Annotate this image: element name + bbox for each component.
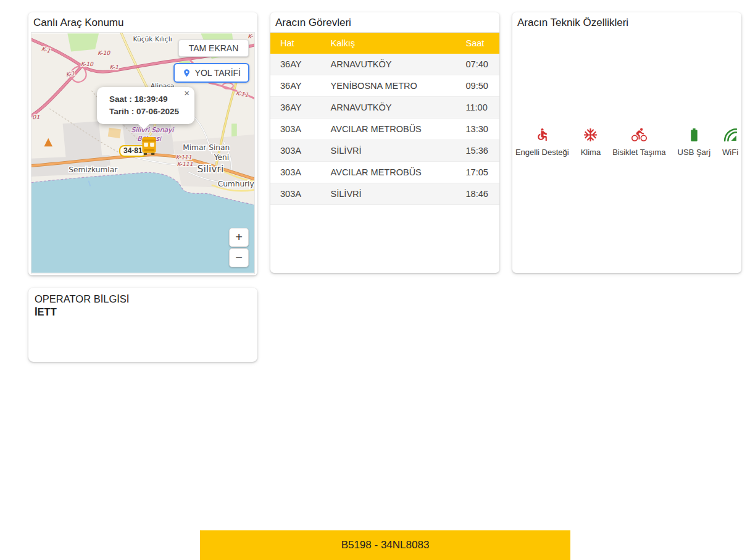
directions-button-label: YOL TARİFİ (195, 68, 241, 78)
feature-wheelchair: Engelli Desteği (515, 127, 569, 157)
operator-name: İETT (28, 305, 257, 319)
cell-hat: 36AY (270, 97, 321, 119)
feature-bisiklet: Bisiklet Taşıma (612, 127, 665, 157)
table-row: 303A SİLİVRİ 15:36 (270, 140, 499, 162)
popup-close-icon[interactable]: × (184, 88, 190, 98)
cell-kalkis: AVCILAR METROBÜS (321, 162, 456, 183)
map-label-o1: 01 (32, 114, 40, 120)
map-label-semizkumlar: Semizkumlar (69, 165, 117, 174)
column-header-hat: Hat (270, 33, 321, 54)
cell-saat: 11:00 (456, 97, 500, 119)
map-label-cumhuriyet: Cumhuriyet (218, 180, 254, 188)
live-location-panel: Canlı Araç Konumu (28, 12, 257, 275)
map-label-k10-a: K-10 (98, 49, 110, 56)
cell-saat: 09:50 (456, 75, 500, 97)
cell-kalkis: ARNAVUTKÖY (321, 54, 456, 75)
table-row: 36AY ARNAVUTKÖY 11:00 (270, 97, 499, 119)
map-label-yeni: Yeni (214, 153, 229, 162)
zoom-out-button[interactable]: − (229, 248, 249, 267)
map-label-k111-a: K-111 (176, 154, 192, 161)
popup-time: Saat : 18:39:49 (109, 93, 191, 106)
table-row: 303A AVCILAR METROBÜS 13:30 (270, 119, 499, 140)
feature-label: USB Şarj (678, 148, 710, 157)
bus-marker-icon[interactable] (141, 136, 157, 157)
feature-label: Klima (581, 148, 601, 157)
cell-saat: 18:46 (456, 183, 500, 205)
column-header-kalkis: Kalkış (321, 33, 456, 54)
cell-kalkis: AVCILAR METROBÜS (321, 119, 456, 140)
battery-icon (686, 127, 702, 145)
table-row: 36AY YENİBOSNA METRO 09:50 (270, 75, 499, 97)
table-row: 303A SİLİVRİ 18:46 (270, 183, 499, 205)
feature-klima: Klima (581, 127, 601, 157)
cell-hat: 36AY (270, 54, 321, 75)
wifi-icon (723, 127, 738, 145)
wheelchair-icon (535, 127, 550, 145)
map-label-k111-b: K-111 (177, 161, 193, 167)
snowflake-icon (583, 127, 598, 145)
feature-list: Engelli Desteği Klima Bisiklet Taşıma US… (512, 32, 741, 252)
cell-kalkis: SİLİVRİ (321, 140, 456, 162)
fullscreen-button[interactable]: TAM EKRAN (178, 40, 249, 57)
cell-hat: 36AY (270, 75, 321, 97)
map-label-silivri: Silivri (198, 164, 224, 175)
tasks-table-header: Hat Kalkış Saat (270, 33, 499, 54)
map-zoom-controls: + − (229, 228, 249, 267)
vehicle-id-bar: B5198 - 34NL8083 (200, 530, 570, 560)
feature-label: Engelli Desteği (515, 148, 569, 157)
map-label-k-frag: K- (248, 33, 253, 40)
tasks-table: Hat Kalkış Saat 36AY ARNAVUTKÖY 07:40 36… (270, 33, 499, 205)
cell-hat: 303A (270, 162, 321, 183)
map-label-k10-b: K-10 (81, 61, 94, 67)
tech-specs-title: Aracın Teknik Özellikleri (512, 12, 741, 32)
vehicle-tasks-panel: Aracın Görevleri Hat Kalkış Saat 36AY AR… (270, 12, 499, 273)
bicycle-icon (631, 127, 647, 145)
vehicle-id-label: B5198 - 34NL8083 (341, 539, 430, 551)
column-header-saat: Saat (456, 33, 500, 54)
directions-button[interactable]: YOL TARİFİ (173, 63, 249, 83)
live-location-title: Canlı Araç Konumu (28, 12, 257, 32)
cell-kalkis: ARNAVUTKÖY (321, 97, 456, 119)
feature-usb-sarj: USB Şarj (678, 127, 710, 157)
zoom-in-button[interactable]: + (229, 228, 249, 247)
cell-saat: 17:05 (456, 162, 500, 183)
table-row: 36AY ARNAVUTKÖY 07:40 (270, 54, 499, 75)
cell-hat: 303A (270, 183, 321, 205)
map-container[interactable]: Küçük Kılıçlı K-1 K-10 K-10 K-1 K-1 K- K… (31, 32, 255, 274)
cell-saat: 07:40 (456, 54, 500, 75)
feature-wifi: WiFi (722, 127, 738, 157)
fullscreen-button-label: TAM EKRAN (189, 43, 239, 53)
cell-kalkis: SİLİVRİ (321, 183, 456, 205)
map-label-kucuk-kilicli: Küçük Kılıçlı (133, 35, 172, 43)
feature-label: Bisiklet Taşıma (612, 148, 665, 157)
cell-hat: 303A (270, 140, 321, 162)
tech-specs-panel: Aracın Teknik Özellikleri Engelli Desteğ… (512, 12, 741, 273)
map-pin-icon (182, 69, 191, 78)
vehicle-tasks-title: Aracın Görevleri (270, 12, 499, 33)
cell-saat: 13:30 (456, 119, 500, 140)
map-label-mimar-sinan: Mimar Sinan (183, 143, 230, 152)
cell-hat: 303A (270, 119, 321, 140)
cell-kalkis: YENİBOSNA METRO (321, 75, 456, 97)
vehicle-info-popup: × Saat : 18:39:49 Tarih : 07-06-2025 (97, 87, 194, 124)
popup-date: Tarih : 07-06-2025 (109, 106, 191, 118)
operator-info-panel: OPERATOR BİLGİSİ İETT (28, 288, 257, 362)
cell-saat: 15:36 (456, 140, 500, 162)
operator-info-title: OPERATOR BİLGİSİ (28, 288, 257, 305)
map-label-k1-b: K-1 (109, 64, 118, 70)
feature-label: WiFi (722, 148, 738, 157)
table-row: 303A AVCILAR METROBÜS 17:05 (270, 162, 499, 183)
